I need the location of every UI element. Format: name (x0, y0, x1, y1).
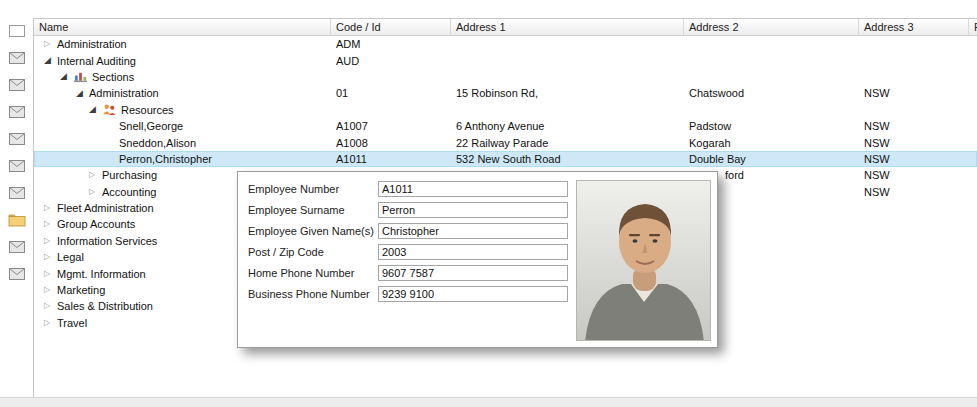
column-header-address3[interactable]: Address 3 (859, 19, 969, 35)
expand-icon[interactable]: ▷ (44, 302, 57, 310)
employee-given-names-input[interactable] (378, 223, 568, 239)
sections-chart-icon (73, 70, 90, 84)
horizontal-scrollbar[interactable] (0, 397, 977, 407)
tree-row-resources[interactable]: ◢Resources (34, 102, 977, 118)
blank-page-icon[interactable] (8, 24, 26, 38)
tree-row-internal-auditing[interactable]: ◢Internal Auditing AUD (34, 52, 977, 68)
employee-surname-input[interactable] (378, 202, 568, 218)
collapse-icon[interactable]: ◢ (60, 72, 73, 81)
name-cell: ◢Internal Auditing (34, 55, 331, 67)
field-row: Employee Surname (248, 202, 568, 218)
column-header-code-id[interactable]: Code / Id (331, 19, 451, 35)
address3-cell: NSW (859, 186, 969, 198)
field-row: Post / Zip Code (248, 244, 568, 260)
mail-icon[interactable] (8, 267, 26, 281)
row-label: Fleet Administration (57, 202, 154, 214)
expand-icon[interactable]: ▷ (44, 220, 57, 228)
expand-icon[interactable]: ▷ (44, 40, 57, 48)
field-row: Employee Given Name(s) (248, 223, 568, 239)
name-cell: ◢Resources (34, 103, 331, 117)
mail-icon[interactable] (8, 132, 26, 146)
address3-cell: NSW (859, 153, 969, 165)
row-label: Accounting (102, 186, 156, 198)
address1-cell: 6 Anthony Avenue (451, 120, 684, 132)
mail-icon[interactable] (8, 78, 26, 92)
column-header-address2[interactable]: Address 2 (684, 19, 859, 35)
tree-row-administration[interactable]: ▷Administration ADM (34, 36, 977, 52)
row-label: Legal (57, 251, 84, 263)
tree-row-perron-christopher[interactable]: Perron,Christopher A1011 532 New South R… (34, 151, 977, 167)
row-label: Information Services (57, 235, 157, 247)
resources-people-icon (102, 103, 119, 117)
mail-icon[interactable] (8, 105, 26, 119)
column-header-address1[interactable]: Address 1 (451, 19, 684, 35)
code-cell: 01 (331, 87, 451, 99)
expand-icon[interactable]: ▷ (44, 253, 57, 261)
row-label: Internal Auditing (57, 55, 136, 67)
mail-icon[interactable] (8, 186, 26, 200)
row-label: Marketing (57, 284, 105, 296)
collapse-icon[interactable]: ◢ (44, 56, 57, 65)
address2-cell: Chatswood (684, 87, 859, 99)
row-label: Sneddon,Alison (119, 137, 196, 149)
employee-number-input[interactable] (378, 181, 568, 197)
expand-icon[interactable]: ▷ (44, 204, 57, 212)
row-label: Travel (57, 317, 87, 329)
employee-given-names-label: Employee Given Name(s) (248, 225, 378, 237)
row-label: Snell,George (119, 120, 183, 132)
address3-cell: NSW (859, 169, 969, 181)
column-header-name[interactable]: Name (34, 19, 331, 35)
address3-cell: NSW (859, 137, 969, 149)
code-cell: A1007 (331, 120, 451, 132)
expand-icon[interactable]: ▷ (89, 171, 102, 179)
code-cell: A1011 (331, 153, 451, 165)
address2-cell: Padstow (684, 120, 859, 132)
row-label: Administration (89, 87, 159, 99)
expand-icon[interactable]: ▷ (44, 237, 57, 245)
address3-cell: NSW (859, 120, 969, 132)
mail-icon[interactable] (8, 159, 26, 173)
expand-icon[interactable]: ▷ (89, 188, 102, 196)
business-phone-input[interactable] (378, 286, 568, 302)
address1-cell: 532 New South Road (451, 153, 684, 165)
address2-cell: Kogarah (684, 137, 859, 149)
field-row: Employee Number (248, 181, 568, 197)
post-zip-code-input[interactable] (378, 244, 568, 260)
employee-fields: Employee Number Employee Surname Employe… (248, 181, 568, 307)
mail-icon[interactable] (8, 240, 26, 254)
tree-row-sneddon-alison[interactable]: Sneddon,Alison A1008 22 Railway Parade K… (34, 134, 977, 150)
left-toolbar (0, 0, 33, 397)
employee-surname-label: Employee Surname (248, 204, 378, 216)
row-label: Mgmt. Information (57, 268, 146, 280)
collapse-icon[interactable]: ◢ (76, 89, 89, 98)
expand-icon[interactable]: ▷ (44, 270, 57, 278)
folder-icon[interactable] (8, 213, 26, 227)
address1-cell: 15 Robinson Rd, (451, 87, 684, 99)
post-zip-code-label: Post / Zip Code (248, 246, 378, 258)
name-cell: Snell,George (34, 120, 331, 132)
employee-photo (576, 180, 711, 341)
address1-cell: 22 Railway Parade (451, 137, 684, 149)
field-row: Business Phone Number (248, 286, 568, 302)
name-cell: ◢Administration (34, 87, 331, 99)
name-cell: ▷Administration (34, 38, 331, 50)
grid-header: Name Code / Id Address 1 Address 2 Addre… (34, 19, 977, 36)
tree-row-administration-section[interactable]: ◢Administration 01 15 Robinson Rd, Chats… (34, 85, 977, 101)
row-label: Perron,Christopher (119, 153, 212, 165)
column-header-p[interactable]: P (969, 19, 977, 35)
row-label: Administration (57, 38, 127, 50)
tree-row-sections[interactable]: ◢Sections (34, 69, 977, 85)
address3-cell: NSW (859, 87, 969, 99)
row-label: Resources (121, 104, 174, 116)
code-cell: ADM (331, 38, 451, 50)
expand-icon[interactable]: ▷ (44, 286, 57, 294)
collapse-icon[interactable]: ◢ (89, 105, 102, 114)
tree-row-snell-george[interactable]: Snell,George A1007 6 Anthony Avenue Pads… (34, 118, 977, 134)
name-cell: Perron,Christopher (34, 153, 331, 165)
home-phone-input[interactable] (378, 265, 568, 281)
name-cell: Sneddon,Alison (34, 137, 331, 149)
employee-details-popup: Employee Number Employee Surname Employe… (237, 171, 718, 348)
expand-icon[interactable]: ▷ (44, 319, 57, 327)
mail-icon[interactable] (8, 51, 26, 65)
row-label: Purchasing (102, 169, 157, 181)
